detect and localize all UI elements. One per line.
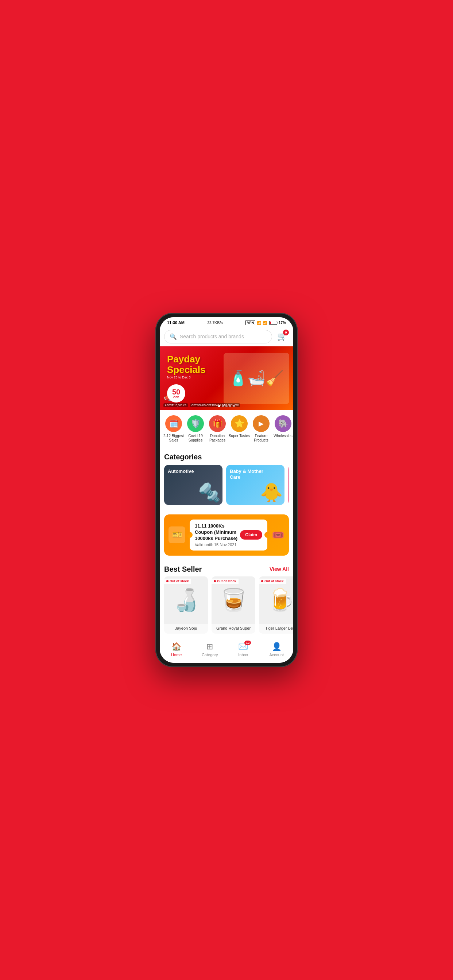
coupon-section: 🎫 11.11 1000Ks Coupon (Minimum 10000ks P… — [164, 514, 289, 555]
status-speed: 22.7KB/s — [207, 321, 223, 325]
whisky-name: Grand Royal Super — [212, 624, 255, 631]
quick-link-super-tastes[interactable]: ⭐ Super Tastes — [228, 415, 250, 442]
banner-tag-1: ABOVE 10,000 KS — [163, 403, 188, 407]
covid-label: Covid 19Supplies — [188, 434, 203, 442]
quick-link-wholesale[interactable]: 🐘 Wholesales — [272, 415, 293, 442]
banner-text: PaydaySpecials Nov 26 to Dec 3 50 OFF AB… — [160, 348, 213, 408]
features-icon: ▶ — [253, 415, 270, 432]
beer-name: Tiger Larger Beer — [259, 624, 293, 631]
whisky-stock-badge: Out of stock — [212, 579, 239, 584]
promo-banner[interactable]: PaydaySpecials Nov 26 to Dec 3 50 OFF AB… — [160, 346, 293, 410]
category-icon: ⊞ — [206, 642, 213, 652]
claim-button[interactable]: Claim — [240, 530, 262, 539]
category-beauty[interactable]: BeautyCare 💄 — [288, 465, 289, 505]
banner-title: PaydaySpecials — [167, 354, 206, 375]
cart-button[interactable]: 🛒 0 — [275, 329, 289, 344]
search-bar-area: 🔍 Search products and brands 🛒 0 — [160, 327, 293, 346]
coupon-icon: 🎫 — [169, 527, 185, 543]
phone-device: 11:30 AM 22.7KB/s VPN 📶 📶 17% 🔍 Search p… — [155, 313, 298, 667]
baby-label: Baby & MotherCare — [230, 468, 263, 480]
coupon-right-icon: 🎟️ — [272, 529, 284, 541]
quick-link-covid[interactable]: 🛡️ Covid 19Supplies — [185, 415, 206, 442]
quick-links-section: 🗓️ 2-12 BiggestSales 🛡️ Covid 19Supplies… — [160, 410, 293, 448]
home-icon: 🏠 — [171, 642, 181, 652]
quick-link-donation[interactable]: 🎁 DonationPackages — [206, 415, 228, 442]
banner-dots — [218, 405, 235, 407]
super-tastes-icon: ⭐ — [231, 415, 248, 432]
banner-dot-4[interactable] — [229, 405, 231, 407]
banner-dot-1[interactable] — [218, 405, 220, 407]
banner-date: Nov 26 to Dec 3 — [167, 375, 206, 379]
banner-dot-2[interactable] — [222, 405, 224, 407]
wholesale-icon: 🐘 — [274, 415, 292, 432]
battery-fill — [270, 321, 271, 324]
account-label: Account — [269, 652, 284, 657]
banner-product-image: 🧴🛁🧹 — [223, 353, 289, 404]
banner-discount-circle: 50 OFF — [167, 384, 185, 402]
automotive-emoji: 🔩 — [198, 482, 221, 503]
beer-stock-badge: Out of stock — [259, 579, 286, 584]
products-scroll: Out of stock 🍶 Jayeon Soju Out of stock … — [160, 576, 293, 639]
soju-name: Jayeon Soju — [164, 624, 208, 631]
banner-discount-off: OFF — [173, 396, 179, 399]
category-label: Category — [202, 652, 218, 657]
donation-icon: 🎁 — [209, 415, 226, 432]
best-seller-title: Best Seller — [164, 565, 202, 573]
view-all-button[interactable]: View All — [270, 566, 289, 572]
best-seller-header: Best Seller View All — [160, 560, 293, 576]
category-automotive[interactable]: Automotive 🔩 — [164, 465, 222, 505]
categories-scroll: Automotive 🔩 Baby & MotherCare 🐥 BeautyC… — [164, 465, 289, 510]
wifi-icon: 📶 — [263, 321, 267, 325]
nav-inbox[interactable]: ✉️ 12 Inbox — [226, 642, 260, 657]
covid-icon: 🛡️ — [187, 415, 204, 432]
inbox-label: Inbox — [238, 652, 248, 657]
soju-stock-badge: Out of stock — [164, 579, 191, 584]
nav-home[interactable]: 🏠 Home — [160, 642, 193, 657]
quick-link-features[interactable]: ▶ FeatureProducts — [250, 415, 272, 442]
battery-icon — [269, 321, 277, 325]
categories-title: Categories — [164, 448, 289, 465]
battery-percent: 17% — [279, 321, 286, 325]
search-placeholder: Search products and brands — [180, 334, 244, 339]
soju-image: Out of stock 🍶 — [164, 576, 208, 624]
product-soju[interactable]: Out of stock 🍶 Jayeon Soju — [164, 576, 208, 634]
search-icon: 🔍 — [170, 333, 177, 340]
wholesale-label: Wholesales — [274, 434, 292, 438]
cart-badge: 0 — [283, 329, 289, 336]
inbox-wrap: ✉️ 12 — [238, 642, 248, 652]
coupon-title: 11.11 1000Ks Coupon (Minimum 10000ks Pur… — [195, 523, 240, 542]
vpn-label: VPN — [246, 320, 255, 325]
home-label: Home — [171, 652, 182, 657]
donation-label: DonationPackages — [209, 434, 225, 442]
banner-discount-number: 50 — [172, 388, 180, 396]
quick-link-sales[interactable]: 🗓️ 2-12 BiggestSales — [163, 415, 185, 442]
status-right: VPN 📶 📶 17% — [246, 320, 286, 325]
nav-account[interactable]: 👤 Account — [260, 642, 293, 657]
banner-dot-3[interactable] — [225, 405, 228, 407]
search-input-container[interactable]: 🔍 Search products and brands — [164, 330, 272, 344]
category-baby[interactable]: Baby & MotherCare 🐥 — [226, 465, 284, 505]
coupon-validity: Valid until: 15 Nov,2021 — [195, 542, 240, 547]
product-whisky[interactable]: Out of stock 🥃 Grand Royal Super — [212, 576, 255, 634]
phone-screen: 11:30 AM 22.7KB/s VPN 📶 📶 17% 🔍 Search p… — [160, 317, 293, 663]
status-time: 11:30 AM — [167, 320, 185, 325]
account-icon: 👤 — [272, 642, 282, 652]
nav-category[interactable]: ⊞ Category — [193, 642, 227, 657]
sales-label: 2-12 BiggestSales — [163, 434, 184, 442]
categories-section: Categories Automotive 🔩 Baby & MotherCar… — [160, 448, 293, 510]
automotive-label: Automotive — [168, 468, 194, 474]
status-bar: 11:30 AM 22.7KB/s VPN 📶 📶 17% — [160, 317, 293, 327]
banner-products: 🧴🛁🧹 — [220, 346, 293, 410]
inbox-badge: 12 — [244, 641, 251, 645]
features-label: FeatureProducts — [254, 434, 268, 442]
signal-icon: 📶 — [257, 321, 261, 325]
banner-dot-5[interactable] — [233, 405, 235, 407]
sales-icon: 🗓️ — [165, 415, 182, 432]
coupon-card: 11.11 1000Ks Coupon (Minimum 10000ks Pur… — [190, 520, 267, 550]
product-beer[interactable]: Out of stock 🍺 Tiger Larger Beer — [259, 576, 293, 634]
baby-emoji: 🐥 — [260, 482, 283, 503]
coupon-text: 11.11 1000Ks Coupon (Minimum 10000ks Pur… — [195, 523, 240, 547]
whisky-image: Out of stock 🥃 — [212, 576, 255, 624]
beer-image: Out of stock 🍺 — [259, 576, 293, 624]
bottom-navigation: 🏠 Home ⊞ Category ✉️ 12 Inbox 👤 Account — [160, 639, 293, 663]
